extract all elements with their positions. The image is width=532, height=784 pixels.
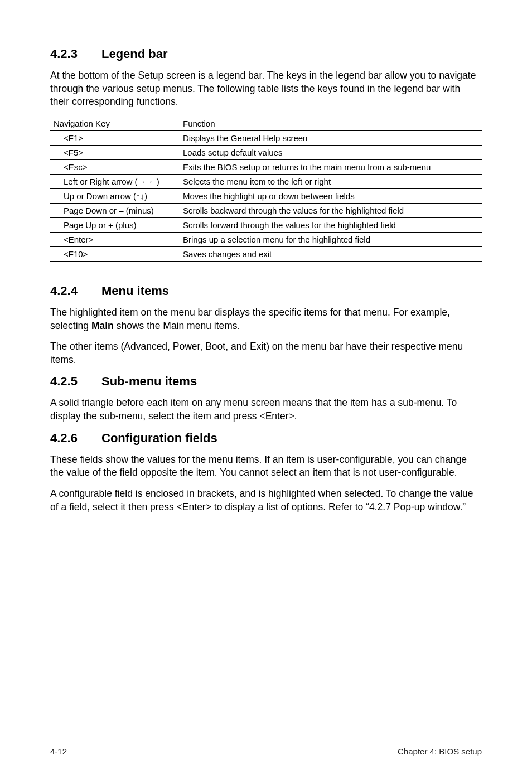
cell-key: Page Up or + (plus)	[50, 217, 180, 232]
cell-key: Page Down or – (minus)	[50, 203, 180, 217]
para-menu-items-1: The highlighted item on the menu bar dis…	[50, 306, 482, 332]
legend-table: Navigation Key Function <F1>Displays the…	[50, 117, 482, 262]
cell-func: Brings up a selection menu for the highl…	[180, 232, 482, 246]
cell-key: Left or Right arrow (→ ←)	[50, 174, 180, 188]
para-legend-bar: At the bottom of the Setup screen is a l…	[50, 69, 482, 109]
cell-func: Selects the menu item to the left or rig…	[180, 174, 482, 188]
para-menu-items-2: The other items (Advanced, Power, Boot, …	[50, 340, 482, 366]
heading-number: 4.2.3	[50, 47, 101, 61]
cell-func: Exits the BIOS setup or returns to the m…	[180, 159, 482, 174]
para-config-fields-2: A configurable field is enclosed in brac…	[50, 487, 482, 514]
cell-key: <F1>	[50, 130, 180, 145]
heading-submenu-items: 4.2.5Sub-menu items	[50, 374, 482, 389]
cell-func: Scrolls forward through the values for t…	[180, 217, 482, 232]
cell-func: Moves the highlight up or down between f…	[180, 188, 482, 203]
table-header-row: Navigation Key Function	[50, 117, 482, 131]
heading-legend-bar: 4.2.3Legend bar	[50, 47, 482, 61]
footer-chapter-title: Chapter 4: BIOS setup	[398, 747, 482, 756]
text-segment: shows the Main menu items.	[114, 320, 240, 331]
cell-func: Displays the General Help screen	[180, 130, 482, 145]
heading-title: Menu items	[101, 284, 169, 298]
text-bold-main: Main	[91, 320, 114, 331]
table-row: <F5>Loads setup default values	[50, 145, 482, 159]
heading-config-fields: 4.2.6Configuration fields	[50, 431, 482, 446]
table-row: Page Down or – (minus)Scrolls backward t…	[50, 203, 482, 217]
table-row: <Esc>Exits the BIOS setup or returns to …	[50, 159, 482, 174]
heading-number: 4.2.4	[50, 284, 101, 298]
table-row: <Enter>Brings up a selection menu for th…	[50, 232, 482, 246]
table-row: <F1>Displays the General Help screen	[50, 130, 482, 145]
cell-key: <F10>	[50, 246, 180, 261]
page-footer: 4-12 Chapter 4: BIOS setup	[50, 743, 482, 756]
col-header-key: Navigation Key	[50, 117, 180, 131]
cell-key: <Enter>	[50, 232, 180, 246]
cell-key: <Esc>	[50, 159, 180, 174]
heading-number: 4.2.5	[50, 374, 101, 389]
table-row: Up or Down arrow (↑↓)Moves the highlight…	[50, 188, 482, 203]
heading-title: Sub-menu items	[101, 374, 197, 388]
cell-key: Up or Down arrow (↑↓)	[50, 188, 180, 203]
cell-func: Saves changes and exit	[180, 246, 482, 261]
heading-number: 4.2.6	[50, 431, 101, 446]
cell-func: Scrolls backward through the values for …	[180, 203, 482, 217]
para-config-fields-1: These fields show the values for the men…	[50, 453, 482, 480]
table-row: Left or Right arrow (→ ←)Selects the men…	[50, 174, 482, 188]
cell-func: Loads setup default values	[180, 145, 482, 159]
para-submenu-items: A solid triangle before each item on any…	[50, 396, 482, 423]
footer-page-number: 4-12	[50, 747, 67, 756]
table-row: Page Up or + (plus)Scrolls forward throu…	[50, 217, 482, 232]
table-row: <F10>Saves changes and exit	[50, 246, 482, 261]
cell-key: <F5>	[50, 145, 180, 159]
heading-menu-items: 4.2.4Menu items	[50, 284, 482, 298]
heading-title: Legend bar	[101, 47, 168, 61]
heading-title: Configuration fields	[101, 431, 217, 445]
col-header-function: Function	[180, 117, 482, 131]
